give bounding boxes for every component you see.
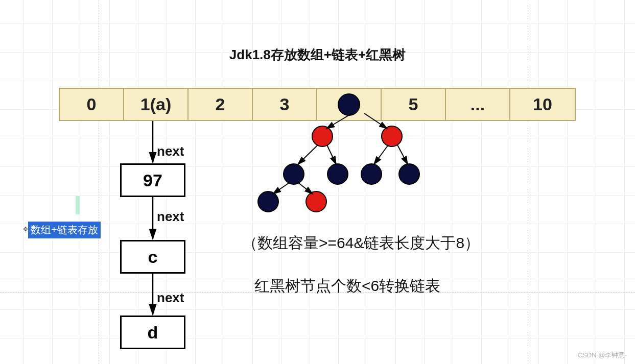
next-label: next	[157, 290, 184, 306]
tree-node	[305, 191, 327, 212]
condition-note: （数组容量>=64&链表长度大于8）	[242, 233, 480, 254]
array-cell: 3	[253, 89, 317, 120]
array-cell-tree-root	[317, 89, 382, 120]
tree-node	[257, 191, 279, 212]
tree-node	[283, 163, 304, 185]
array-cell: 2	[189, 89, 253, 120]
array-cell: 1(a)	[124, 89, 189, 120]
linked-list-node: 97	[120, 163, 185, 197]
move-handle-icon: ✥	[23, 226, 28, 233]
linked-list-node: c	[120, 240, 185, 274]
tree-node	[398, 163, 420, 185]
array-cell: 10	[510, 89, 575, 120]
rule-note: 红黑树节点个数<6转换链表	[254, 276, 440, 297]
watermark: CSDN @李钟意·	[578, 351, 627, 360]
marker	[76, 196, 80, 214]
next-label: next	[157, 209, 184, 225]
linked-list-node: d	[120, 316, 185, 349]
tree-node	[361, 163, 382, 185]
next-label: next	[157, 143, 184, 159]
array-cell: 0	[60, 89, 124, 120]
array-cell: 5	[382, 89, 446, 120]
hash-array: 0 1(a) 2 3 5 ... 10	[59, 88, 576, 121]
array-cell: ...	[446, 89, 510, 120]
tree-node	[312, 126, 333, 147]
tree-node	[327, 163, 348, 185]
diagram-title: Jdk1.8存放数组+链表+红黑树	[0, 46, 635, 64]
tree-root-node-icon	[338, 93, 360, 116]
tree-node	[381, 126, 403, 147]
highlight-note: 数组+链表存放	[28, 222, 101, 238]
